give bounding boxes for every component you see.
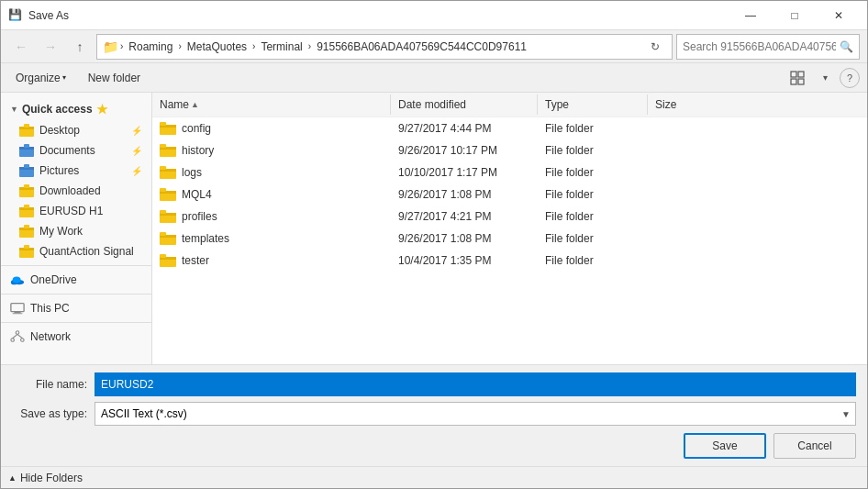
window-title: Save As	[28, 9, 729, 22]
sidebar-item-eurusd[interactable]: EURUSD H1	[1, 201, 151, 221]
svg-rect-30	[13, 313, 23, 314]
savetype-row: Save as type: ASCII Text (*.csv) CSV (*.…	[12, 402, 856, 426]
network-icon	[10, 329, 25, 344]
folder-icon	[160, 122, 176, 135]
button-row: Save Cancel	[12, 433, 856, 459]
sidebar-item-onedrive[interactable]: OneDrive	[1, 270, 151, 290]
svg-point-27	[13, 276, 21, 283]
col-date-label: Date modified	[398, 98, 466, 111]
view-button[interactable]	[785, 67, 810, 89]
svg-line-35	[17, 334, 22, 338]
folder-icon	[160, 144, 176, 157]
svg-rect-56	[160, 254, 166, 258]
breadcrumb-roaming[interactable]: Roaming	[125, 39, 176, 55]
desktop-pin-icon: ⚡	[131, 126, 142, 136]
refresh-button[interactable]: ↻	[644, 35, 666, 59]
sidebar-item-network[interactable]: Network	[1, 327, 151, 347]
search-box[interactable]: 🔍	[676, 34, 860, 60]
file-type-cell: File folder	[538, 250, 648, 271]
file-date-cell: 10/10/2017 1:17 PM	[391, 162, 538, 183]
sidebar-item-documents[interactable]: Documents ⚡	[1, 140, 151, 161]
breadcrumb-terminal[interactable]: Terminal	[257, 39, 306, 55]
status-bar[interactable]: ▲ Hide Folders	[1, 466, 867, 488]
svg-rect-1	[798, 72, 804, 77]
col-header-name[interactable]: Name ▲	[152, 94, 391, 115]
file-name-cell: config	[152, 118, 391, 139]
file-type-cell: File folder	[538, 184, 648, 205]
sidebar-item-downloaded[interactable]: Downloaded	[1, 181, 151, 201]
sidebar-divider-3	[1, 322, 151, 323]
file-name-cell: templates	[152, 228, 391, 249]
table-row[interactable]: logs 10/10/2017 1:17 PM File folder	[152, 161, 867, 183]
svg-rect-28	[11, 304, 24, 312]
up-button[interactable]: ↑	[67, 34, 93, 60]
back-button[interactable]: ←	[8, 34, 34, 60]
save-button[interactable]: Save	[684, 433, 766, 459]
minimize-button[interactable]: —	[729, 1, 772, 30]
quantaction-label: QuantAction Signal	[39, 245, 134, 258]
status-arrow-icon: ▲	[8, 473, 17, 483]
forward-button[interactable]: →	[38, 34, 63, 60]
address-bar[interactable]: 📁 › Roaming › MetaQuotes › Terminal › 91…	[96, 34, 673, 60]
search-input[interactable]	[683, 40, 836, 53]
folder-icon	[160, 166, 176, 179]
breadcrumb-folder[interactable]: 915566BA06ADA407569C544CC0D97611	[313, 39, 530, 55]
table-row[interactable]: profiles 9/27/2017 4:21 PM File folder	[152, 206, 867, 228]
sidebar-item-thispc[interactable]: This PC	[1, 298, 151, 318]
svg-rect-24	[24, 245, 29, 249]
table-row[interactable]: MQL4 9/26/2017 1:08 PM File folder	[152, 183, 867, 206]
file-name-text: profiles	[182, 210, 217, 223]
organize-label: Organize	[16, 72, 61, 84]
quantaction-folder-icon	[19, 244, 34, 259]
table-row[interactable]: history 9/26/2017 10:17 PM File folder	[152, 139, 867, 161]
file-type-cell: File folder	[538, 118, 648, 139]
view-dropdown-button[interactable]: ▾	[812, 67, 838, 89]
col-header-type[interactable]: Type	[538, 94, 648, 115]
svg-rect-29	[14, 312, 20, 314]
file-name-text: logs	[182, 166, 202, 179]
col-header-size[interactable]: Size	[648, 94, 721, 115]
mywork-label: My Work	[39, 225, 83, 238]
documents-folder-icon	[19, 143, 34, 158]
filename-row: File name:	[12, 372, 856, 396]
savetype-select[interactable]: ASCII Text (*.csv) CSV (*.csv) Text (*.t…	[95, 402, 856, 426]
new-folder-button[interactable]: New folder	[81, 67, 148, 89]
organize-button[interactable]: Organize ▾	[8, 67, 73, 89]
close-button[interactable]: ✕	[818, 1, 860, 30]
cancel-button[interactable]: Cancel	[773, 433, 856, 459]
file-size-cell	[648, 147, 721, 154]
table-row[interactable]: templates 9/26/2017 1:08 PM File folder	[152, 228, 867, 250]
sidebar-item-mywork[interactable]: My Work	[1, 221, 151, 241]
downloaded-label: Downloaded	[39, 184, 101, 197]
quick-access-label: Quick access	[22, 103, 93, 116]
table-row[interactable]: config 9/27/2017 4:44 PM File folder	[152, 117, 867, 139]
svg-rect-47	[160, 188, 166, 192]
file-date-cell: 9/26/2017 1:08 PM	[391, 184, 538, 205]
breadcrumb-folder-icon: 📁	[103, 39, 118, 54]
help-button[interactable]: ?	[840, 68, 860, 88]
organize-arrow: ▾	[62, 73, 66, 82]
table-row[interactable]: tester 10/4/2017 1:35 PM File folder	[152, 250, 867, 272]
maximize-button[interactable]: □	[773, 1, 816, 30]
bottom-bar: File name: Save as type: ASCII Text (*.c…	[1, 364, 867, 466]
sep4: ›	[308, 41, 311, 51]
filename-input[interactable]	[95, 372, 856, 396]
svg-line-34	[13, 334, 17, 338]
file-date-cell: 9/27/2017 4:21 PM	[391, 206, 538, 227]
savetype-label: Save as type:	[12, 407, 95, 420]
svg-rect-15	[24, 184, 29, 188]
col-header-date[interactable]: Date modified	[391, 94, 538, 115]
filename-label: File name:	[12, 378, 95, 391]
sidebar-item-quantaction[interactable]: QuantAction Signal	[1, 241, 151, 261]
sidebar-item-desktop[interactable]: Desktop ⚡	[1, 120, 151, 140]
action-bar: Organize ▾ New folder ▾ ?	[1, 63, 867, 93]
file-date-cell: 9/26/2017 10:17 PM	[391, 140, 538, 161]
sidebar: ▼ Quick access ★ Desktop ⚡ Documents	[1, 93, 152, 364]
quick-access-header[interactable]: ▼ Quick access ★	[1, 96, 151, 120]
col-size-label: Size	[655, 98, 676, 111]
folder-icon	[160, 210, 176, 223]
onedrive-icon	[10, 272, 25, 287]
thispc-label: This PC	[30, 302, 70, 315]
sidebar-item-pictures[interactable]: Pictures ⚡	[1, 161, 151, 181]
breadcrumb-metaquotes[interactable]: MetaQuotes	[184, 39, 250, 55]
